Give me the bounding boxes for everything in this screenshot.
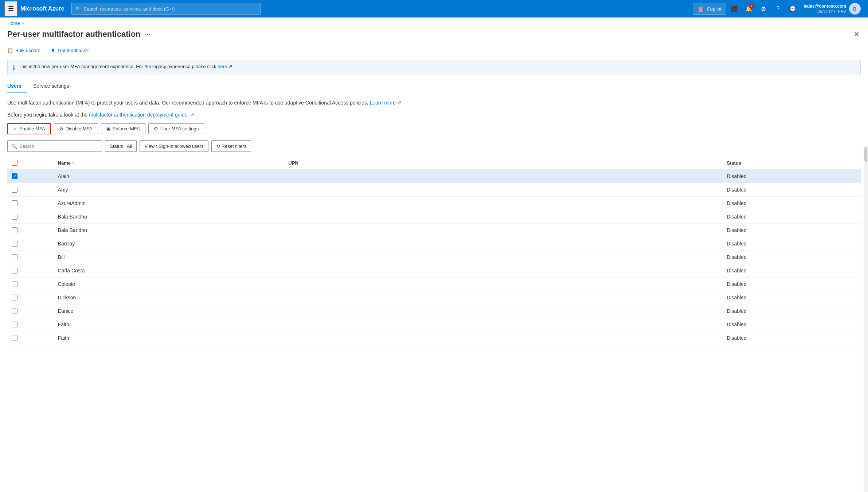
row-checkbox[interactable] [12, 214, 17, 220]
row-checkbox[interactable] [12, 254, 17, 260]
help-button[interactable]: ? [771, 2, 785, 15]
table-row[interactable]: AzureAdminDisabled [7, 197, 861, 210]
row-name: Bill [54, 251, 284, 264]
disable-mfa-button[interactable]: ⊘ Disable MFA [54, 123, 98, 134]
row-name: Carla Costa [54, 264, 284, 278]
table-row[interactable]: BarclayDisabled [7, 237, 861, 251]
breadcrumb: Home › [0, 17, 868, 29]
row-checkbox-cell[interactable]: ✓ [7, 170, 54, 183]
row-checkbox-cell[interactable] [7, 251, 54, 264]
row-checkbox-cell[interactable] [7, 291, 54, 304]
page-scrollbar[interactable] [864, 146, 868, 345]
info-icon: ℹ [13, 64, 15, 71]
table-row[interactable]: EuniceDisabled [7, 304, 861, 318]
table-row[interactable]: ✓AlainDisabled [7, 170, 861, 183]
row-checkbox-cell[interactable] [7, 318, 54, 331]
notifications-badge: 1 [749, 4, 754, 9]
bulk-update-button[interactable]: 📋 Bulk update [7, 46, 45, 55]
row-status: Disabled [722, 291, 861, 304]
status-filter-label: Status : All [110, 143, 132, 149]
table-row[interactable]: BillDisabled [7, 251, 861, 264]
copilot-button[interactable]: 🤖 Copilot [693, 3, 726, 15]
row-checkbox[interactable] [12, 308, 17, 314]
table-header-row: Name ↑ UPN Status [7, 156, 861, 170]
info-bar: ℹ This is the new per-user MFA managemen… [7, 60, 861, 75]
row-checkbox[interactable] [12, 281, 17, 287]
row-checkbox-cell[interactable] [7, 197, 54, 210]
row-upn [284, 264, 723, 278]
settings-button[interactable]: ⚙ [757, 2, 770, 15]
row-checkbox[interactable] [12, 295, 17, 300]
more-options-button[interactable]: ··· [145, 31, 150, 38]
table-row[interactable]: CelesteDisabled [7, 278, 861, 291]
enable-mfa-button[interactable]: ✓ Enable MFA [7, 123, 51, 134]
row-status: Disabled [722, 264, 861, 278]
row-checkbox-cell[interactable] [7, 210, 54, 224]
row-upn [284, 224, 723, 237]
table-row[interactable]: Carla CostaDisabled [7, 264, 861, 278]
breadcrumb-separator: › [22, 20, 24, 26]
row-checkbox[interactable] [12, 227, 17, 233]
row-upn [284, 183, 723, 197]
table-row[interactable]: DicksonDisabled [7, 291, 861, 304]
legacy-experience-link[interactable]: here [218, 64, 227, 69]
top-navigation: ☰ Microsoft Azure 🔍 Search resources, se… [0, 0, 868, 17]
users-table-wrapper[interactable]: Name ↑ UPN Status ✓AlainDisabledAmyDisab… [7, 156, 861, 345]
table-row[interactable]: FaithDisabled [7, 331, 861, 345]
disable-mfa-label: Disable MFA [66, 126, 93, 131]
feedback-button[interactable]: 💬 [786, 2, 799, 15]
tab-service-settings[interactable]: Service settings [33, 79, 75, 93]
row-checkbox-cell[interactable] [7, 183, 54, 197]
row-checkbox[interactable]: ✓ [12, 173, 17, 179]
row-checkbox-cell[interactable] [7, 224, 54, 237]
row-checkbox[interactable] [12, 200, 17, 206]
reset-filters-button[interactable]: ⟲ Reset filters [211, 140, 251, 152]
user-email: balas@contoso.com [804, 4, 846, 9]
description-text: Use multifactor authentication (MFA) to … [7, 99, 861, 107]
tab-users[interactable]: Users [7, 79, 27, 93]
col-header-status[interactable]: Status [722, 156, 861, 170]
row-checkbox[interactable] [12, 335, 17, 341]
enforce-mfa-button[interactable]: ◉ Enforce MFA [101, 123, 145, 134]
status-filter-button[interactable]: Status : All [105, 140, 137, 152]
row-status: Disabled [722, 237, 861, 251]
notifications-button[interactable]: 🔔 1 [742, 2, 755, 15]
col-header-upn[interactable]: UPN [284, 156, 723, 170]
row-name: Faith [54, 331, 284, 345]
table-row[interactable]: AmyDisabled [7, 183, 861, 197]
select-all-checkbox[interactable] [12, 160, 17, 166]
col-header-name[interactable]: Name ↑ [54, 156, 284, 170]
row-checkbox[interactable] [12, 322, 17, 327]
copilot-label: Copilot [707, 6, 721, 12]
table-row[interactable]: Bala SandhuDisabled [7, 224, 861, 237]
learn-more-link[interactable]: Learn more ↗ [370, 100, 402, 106]
hamburger-menu-button[interactable]: ☰ [4, 1, 17, 16]
help-icon: ? [776, 5, 779, 12]
avatar: B [849, 3, 861, 15]
row-checkbox[interactable] [12, 241, 17, 247]
select-all-header[interactable] [7, 156, 54, 170]
row-checkbox[interactable] [12, 187, 17, 193]
search-box[interactable]: 🔍 [7, 140, 102, 152]
row-status: Disabled [722, 304, 861, 318]
breadcrumb-home[interactable]: Home [7, 20, 20, 26]
cloud-shell-button[interactable]: ⬛ [728, 2, 741, 15]
user-mfa-settings-button[interactable]: ⚙ User MFA settings [148, 123, 204, 134]
row-checkbox-cell[interactable] [7, 278, 54, 291]
row-checkbox-cell[interactable] [7, 237, 54, 251]
user-profile-button[interactable]: balas@contoso.com IDENTITY IT PRO B [801, 1, 864, 16]
table-row[interactable]: Bala SandhuDisabled [7, 210, 861, 224]
search-input[interactable] [19, 143, 98, 149]
table-row[interactable]: FaithDisabled [7, 318, 861, 331]
view-filter-button[interactable]: View : Sign-in allowed users [140, 140, 208, 152]
scrollbar-thumb[interactable] [864, 147, 867, 162]
row-checkbox-cell[interactable] [7, 331, 54, 345]
feedback-link-button[interactable]: 🗣 Got feedback? [51, 46, 93, 55]
deployment-guide-link[interactable]: multifactor authentication deployment gu… [89, 112, 195, 118]
row-checkbox[interactable] [12, 268, 17, 273]
row-checkbox-cell[interactable] [7, 304, 54, 318]
action-bar: ✓ Enable MFA ⊘ Disable MFA ◉ Enforce MFA… [7, 123, 861, 134]
global-search-box[interactable]: 🔍 Search resources, services, and docs (… [71, 3, 261, 15]
close-button[interactable]: ✕ [852, 29, 861, 40]
row-checkbox-cell[interactable] [7, 264, 54, 278]
